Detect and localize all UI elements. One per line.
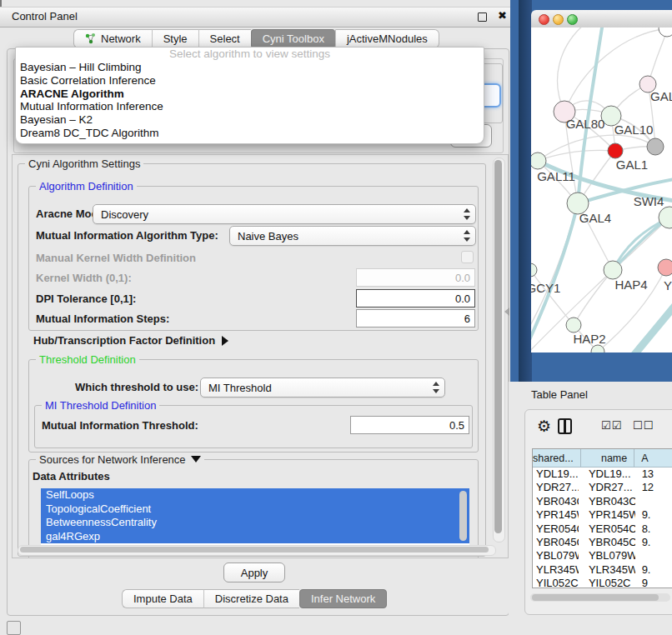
network-edge[interactable] <box>574 270 613 325</box>
expand-right-icon <box>222 336 228 346</box>
network-edge[interactable] <box>628 304 672 352</box>
network-canvas[interactable]: GAL80GAL10GAL1GALGAL11GAL4SWI4GCY1HAP4YH… <box>531 28 672 352</box>
algorithm-option[interactable]: Mutual Information Inference <box>16 100 484 113</box>
network-edge[interactable] <box>578 28 603 203</box>
select-all-checkboxes-icon[interactable]: ☑☑ <box>601 419 622 432</box>
tab-style[interactable]: Style <box>152 29 198 48</box>
network-window-titlebar[interactable] <box>531 10 672 28</box>
table-row[interactable]: YBR045CYBR045C9. <box>533 536 672 549</box>
network-edge[interactable] <box>531 203 578 332</box>
table-row[interactable]: YLR345WYLR345W9. <box>533 563 672 577</box>
network-node-gray[interactable] <box>647 138 664 155</box>
algorithm-option[interactable]: Basic Correlation Inference <box>16 74 484 88</box>
network-node-green[interactable] <box>531 152 546 169</box>
kernel-width-field[interactable] <box>356 268 475 287</box>
network-node-white[interactable] <box>659 28 672 37</box>
algorithm-definition-group: Algorithm Definition Aracne Mode: Discov… <box>28 186 479 331</box>
tab-network[interactable]: Network <box>73 29 152 48</box>
close-icon[interactable]: ✖ <box>498 9 507 22</box>
scrollbar-thumb[interactable] <box>532 594 659 601</box>
minimize-traffic-light[interactable] <box>553 14 564 25</box>
tab-infer-network[interactable]: Infer Network <box>299 589 387 608</box>
control-panel-titlebar: Control Panel ✖ <box>0 7 515 28</box>
control-panel-title: Control Panel <box>12 10 78 22</box>
docked-panel-icon[interactable] <box>7 621 21 635</box>
dpi-tolerance-label: DPI Tolerance [0,1]: <box>36 292 136 305</box>
table-row[interactable]: YPR145WYPR145W9. <box>533 508 672 522</box>
settings-horizontal-scrollbar[interactable] <box>18 545 496 556</box>
mi-type-combo[interactable]: Naive Bayes <box>229 226 476 246</box>
scrollbar-thumb[interactable] <box>494 160 502 533</box>
node-label: HAP2 <box>573 332 605 346</box>
network-graph[interactable]: GAL80GAL10GAL1GALGAL11GAL4SWI4GCY1HAP4YH… <box>531 28 672 352</box>
threshold-definition-group: Threshold Definition Which threshold to … <box>28 359 479 452</box>
mi-steps-label: Mutual Information Steps: <box>36 312 169 325</box>
node-label: GAL10 <box>614 122 654 137</box>
data-attributes-list[interactable]: SelfLoopsTopologicalCoefficientBetweenne… <box>41 488 469 547</box>
mi-threshold-group: MI Threshold Definition Mutual Informati… <box>34 405 473 448</box>
zoom-traffic-light[interactable] <box>567 14 578 25</box>
network-edge[interactable] <box>538 150 615 161</box>
deselect-all-checkboxes-icon[interactable]: ☐☐ <box>633 419 654 432</box>
algorithm-option[interactable]: ARACNE Algorithm <box>16 88 484 101</box>
table-row[interactable]: YER054CYER054C8. <box>533 522 672 536</box>
threshold-definition-title: Threshold Definition <box>36 353 139 366</box>
network-node-red[interactable] <box>608 143 623 158</box>
corner-tick <box>0 0 2 7</box>
float-window-icon[interactable] <box>478 12 487 22</box>
stepper-arrows-icon <box>432 381 439 394</box>
manual-kernel-label: Manual Kernel Width Definition <box>36 252 196 264</box>
which-threshold-combo[interactable]: MI Threshold <box>200 378 445 398</box>
table-horizontal-scrollbar[interactable] <box>530 593 670 602</box>
tab-cyni-toolbox[interactable]: Cyni Toolbox <box>251 29 335 48</box>
node-label: GCY1 <box>531 281 560 295</box>
cyni-algorithm-settings-group: Cyni Algorithm Settings Algorithm Defini… <box>18 163 486 557</box>
close-traffic-light[interactable] <box>539 14 549 25</box>
algorithm-option[interactable]: Dream8 DC_TDC Algorithm <box>16 127 484 140</box>
attribute-item[interactable]: SelfLoops <box>41 488 469 502</box>
manual-kernel-checkbox[interactable] <box>461 251 474 263</box>
which-threshold-label: Which threshold to use: <box>75 381 198 393</box>
network-node-green[interactable] <box>531 263 537 277</box>
control-panel-tabbar: NetworkStyleSelectCyni ToolboxjActiveMNo… <box>73 29 439 48</box>
column-header[interactable]: name <box>581 449 635 468</box>
algorithm-option[interactable]: Bayesian – Hill Climbing <box>16 61 484 74</box>
node-label: GAL1 <box>616 158 648 172</box>
mi-threshold-field[interactable] <box>350 416 469 434</box>
network-icon <box>85 33 96 44</box>
dpi-tolerance-field[interactable] <box>356 289 475 308</box>
tab-select[interactable]: Select <box>198 29 251 48</box>
columns-icon[interactable] <box>558 418 572 434</box>
node-label: GAL80 <box>566 117 605 131</box>
gear-icon[interactable]: ⚙ <box>537 417 551 436</box>
tab-impute-data[interactable]: Impute Data <box>122 589 203 608</box>
attribute-item[interactable]: BetweennessCentrality <box>41 516 469 530</box>
node-table[interactable]: shared...nameA YDL19...YDL19...13YDR27..… <box>532 448 672 588</box>
settings-vertical-scrollbar[interactable] <box>493 158 505 542</box>
table-row[interactable]: YIL052CYIL052C9 <box>533 577 672 588</box>
column-header[interactable]: shared... <box>533 449 581 468</box>
scrollbar-thumb[interactable] <box>20 547 489 552</box>
mi-type-label: Mutual Information Algorithm Type: <box>36 229 218 242</box>
tab-discretize-data[interactable]: Discretize Data <box>203 589 299 608</box>
window-shadow <box>519 0 532 382</box>
network-node-green[interactable] <box>604 261 622 279</box>
attribute-item[interactable]: gal4RGexp <box>41 530 469 544</box>
tab-jactivemnodules[interactable]: jActiveMNodules <box>335 29 439 48</box>
table-row[interactable]: YDL19...YDL19...13 <box>533 468 672 481</box>
split-pane-collapse-icon[interactable] <box>504 308 509 316</box>
mi-steps-field[interactable] <box>356 309 475 328</box>
table-row[interactable]: YDR27...YDR27...12 <box>533 481 672 494</box>
network-node-salmon[interactable] <box>658 259 672 276</box>
aracne-mode-combo[interactable]: Discovery <box>93 204 476 224</box>
table-row[interactable]: YBL079WYBL079W <box>533 549 672 562</box>
mi-threshold-title: MI Threshold Definition <box>42 399 159 412</box>
column-header[interactable]: A <box>634 449 672 468</box>
network-node-green[interactable] <box>566 318 581 332</box>
apply-button[interactable]: Apply <box>223 562 285 582</box>
algorithm-option[interactable]: Bayesian – K2 <box>16 113 484 127</box>
hub-definition-expander[interactable]: Hub/Transcription Factor Definition <box>33 334 228 347</box>
table-row[interactable]: YBR043CYBR043C <box>533 495 672 508</box>
attribute-item[interactable]: TopologicalCoefficient <box>41 502 469 517</box>
list-scrollbar-thumb[interactable] <box>459 491 467 541</box>
